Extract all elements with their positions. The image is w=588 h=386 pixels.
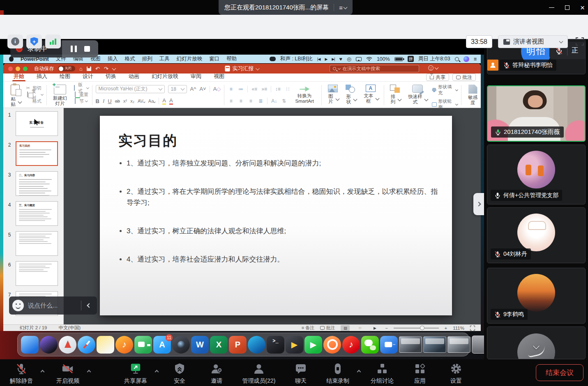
subscript-button[interactable]: x₂ [130,99,134,103]
participant-tile-20181201740张雨薇[interactable]: 20181201740张雨薇 [487,85,586,142]
dock-launchpad-icon[interactable] [59,336,76,354]
record-menubar-icon[interactable]: ◎ [347,56,351,62]
current-slide[interactable]: 实习目的 1、通过实习，培养独立发现问题、分析问题和解决问题的潜力;2、通过实习… [100,116,452,315]
pause-recording-icon[interactable] [71,46,77,52]
ribbon-tab-设计[interactable]: 设计 [76,73,99,81]
dock-window-preview-1-icon[interactable] [399,336,422,353]
wechat-menubar-icon[interactable] [270,57,276,61]
change-case-button[interactable]: Aa [148,99,155,103]
zoom-slider-knob[interactable] [420,326,424,330]
toolbar-options-icon[interactable] [112,66,116,70]
slide-canvas[interactable]: 实习目的 1、通过实习，培养独立发现问题、分析问题和解决问题的潜力;2、通过实习… [64,108,481,324]
quick-styles-button[interactable]: 快速样式 [405,84,429,106]
mac-close-icon[interactable] [8,67,13,71]
ppt-search-input[interactable]: 在演示文稿中搜索 [330,65,419,72]
text-direction-icon[interactable]: A↓ [271,98,277,104]
ribbon-tab-动画[interactable]: 动画 [122,73,145,81]
participant-tile-9李鹤鸣[interactable]: 9李鹤鸣 [487,268,586,324]
control-stop-recording[interactable]: 结束录制 [319,363,356,385]
close-icon[interactable]: × [580,4,585,11]
redo-icon[interactable]: ↷ [104,66,108,72]
emoji-icon[interactable] [12,300,24,311]
slide-thumbnail-2[interactable]: 实习目的 [16,141,58,166]
collapse-chat-icon[interactable] [81,304,97,307]
document-title[interactable]: 实习汇报 [225,65,259,72]
justify-icon[interactable]: ≣ [257,98,264,104]
paste-button[interactable]: 粘贴 [7,84,23,108]
columns-icon[interactable]: ∷ [284,86,291,92]
copy-button[interactable]: 复制 [25,91,43,98]
align-left-icon[interactable]: ≡ [228,98,234,104]
increase-indent-icon[interactable]: »≡ [261,86,267,92]
slide-thumbnail-6[interactable] [16,261,58,286]
sensitivity-button[interactable]: 敏感度 [465,84,481,106]
ribbon-tab-幻灯片放映[interactable]: 幻灯片放映 [145,73,184,81]
input-method-icon[interactable]: 拼 [408,56,414,62]
bold-button[interactable]: B [96,98,99,104]
insert-shapes-button[interactable]: 形状 [343,84,358,106]
minimize-icon[interactable] [549,7,554,8]
ribbon-tab-绘图[interactable]: 绘图 [53,73,76,81]
end-meeting-button[interactable]: 结束会议 [536,364,583,381]
dock-terminal-icon[interactable]: >_ [267,336,284,354]
dock-music-icon[interactable] [115,336,133,354]
meeting-security-button[interactable]: + [26,34,42,48]
grow-font-button[interactable]: A^ [190,86,196,92]
dock-meeting-app-icon[interactable] [380,336,398,354]
dock-ring-app-icon[interactable] [323,336,341,354]
arrange-button[interactable]: 排列 [387,84,403,106]
autosave-toggle[interactable]: 关闭 [58,66,75,71]
reset-button[interactable]: 重置 [72,91,89,98]
italic-button[interactable]: I [103,98,104,104]
save-icon[interactable] [87,67,91,71]
dock-window-preview-2-icon[interactable] [423,336,446,353]
feedback-button[interactable] [428,65,438,71]
share-button[interactable]: 共享 [426,74,449,81]
ribbon-tab-视图[interactable]: 视图 [208,73,231,81]
control-manage-members[interactable]: 管理成员(22) [240,363,277,385]
control-chat[interactable]: 聊天 [282,363,319,385]
align-text-icon[interactable]: ⇅ [281,98,287,104]
mac-menu-工具[interactable]: 工具 [159,55,170,62]
layout-button[interactable]: 版式 [72,85,89,91]
insert-picture-button[interactable]: 图片 [325,84,340,105]
expand-options-chevron-icon[interactable] [41,368,44,375]
mac-zoom-icon[interactable] [23,67,28,71]
dock-excel-icon[interactable]: X [210,336,228,354]
mac-menu-排列[interactable]: 排列 [142,55,152,62]
fit-slide-icon[interactable] [470,326,475,331]
language-indicator[interactable]: 中文(中国) [58,325,81,331]
control-start-video[interactable]: 开启视频 [49,363,86,385]
control-breakout[interactable]: 分组讨论 [364,363,401,385]
font-size-combobox[interactable]: 18 [168,85,187,93]
dock-word-icon[interactable]: W [191,336,209,354]
dock-powerpoint-icon[interactable]: P [229,336,247,354]
dock-notes-icon[interactable] [97,336,114,354]
control-invite[interactable]: 邀请 [198,363,235,385]
convert-smartart-button[interactable]: 转换为SmartArt [291,84,318,105]
expand-options-chevron-icon[interactable] [88,368,90,375]
control-settings[interactable]: 设置 [438,363,475,385]
mac-menu-插入[interactable]: 插入 [108,55,118,62]
numbered-list-icon[interactable]: ≔ [238,86,244,92]
section-button[interactable]: 节 [72,98,89,104]
ribbon-tab-审阅[interactable]: 审阅 [184,73,208,81]
stop-recording-icon[interactable] [84,46,90,52]
control-share-screen[interactable]: 共享屏幕 [117,363,154,385]
shrink-font-button[interactable]: A˅ [199,86,206,92]
font-color-button[interactable]: A [169,97,173,105]
slide-thumbnail-5[interactable] [16,231,58,256]
expand-options-chevron-icon[interactable] [357,368,360,375]
participant-tile-何倩+公共管理党支部[interactable]: 何倩+公共管理党支部 [487,145,586,204]
dock-safari-icon[interactable] [78,336,95,354]
mac-menu-格式[interactable]: 格式 [125,55,135,62]
screen-mirroring-icon[interactable] [356,57,362,61]
slide-thumbnail-panel[interactable]: 1实习报告2实习目的3二、实习内容4三、实习概述567 [3,108,64,324]
dock-video-player-icon[interactable]: ▶ [286,336,303,354]
align-center-icon[interactable]: ≡ [238,98,244,104]
spotlight-search-icon[interactable] [455,57,459,61]
dock-app-store-icon[interactable]: A11 [153,336,171,354]
bullet-list-icon[interactable]: ≡ [228,86,234,92]
font-name-combobox[interactable]: Microsoft YaHei (正文) [96,85,165,93]
dock-browser-icon[interactable] [248,336,265,354]
